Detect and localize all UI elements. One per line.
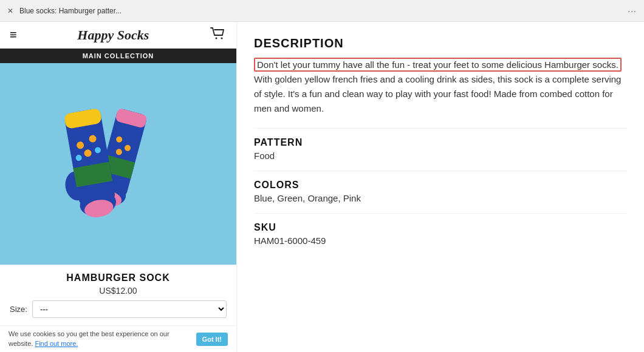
cookie-find-out-link[interactable]: Find out more. — [35, 340, 78, 347]
browser-tab-bar: ✕ Blue socks: Hamburger patter... ··· — [0, 0, 644, 22]
cookie-notice: We use cookies so you get the best exper… — [0, 325, 236, 352]
svg-point-0 — [216, 38, 218, 39]
sku-value: HAM01-6000-459 — [254, 235, 627, 246]
pattern-section: PATTERN Food — [254, 137, 627, 161]
size-row: Size: --- S (36-40) M (41-46) — [10, 300, 227, 318]
collection-banner: MAIN COLLECTION — [0, 49, 236, 63]
description-highlighted: Don't let your tummy have all the fun - … — [254, 58, 622, 72]
tab-title: Blue socks: Hamburger patter... — [19, 7, 622, 15]
site-header: ≡ Happy Socks — [0, 22, 236, 49]
description-section: DESCRIPTION Don't let your tummy have al… — [254, 36, 627, 116]
colors-heading: COLORS — [254, 180, 627, 191]
svg-point-1 — [221, 38, 223, 39]
pattern-heading: PATTERN — [254, 137, 627, 148]
tab-close-icon[interactable]: ✕ — [7, 7, 13, 15]
pattern-value: Food — [254, 151, 627, 161]
size-label: Size: — [10, 305, 27, 314]
description-heading: DESCRIPTION — [254, 36, 627, 50]
app-container: ≡ Happy Socks MAIN COLLECTION — [0, 22, 644, 352]
cookie-got-it-button[interactable]: Got It! — [196, 333, 228, 346]
size-select[interactable]: --- S (36-40) M (41-46) — [32, 300, 227, 318]
site-logo[interactable]: Happy Socks — [77, 27, 149, 43]
product-image — [46, 97, 191, 231]
tab-more-icon[interactable]: ··· — [628, 6, 637, 16]
divider-2 — [254, 171, 627, 171]
product-name: HAMBURGER SOCK — [10, 272, 227, 283]
cart-icon[interactable] — [210, 27, 227, 43]
product-info: HAMBURGER SOCK US$12.00 Size: --- S (36-… — [0, 265, 236, 325]
colors-section: COLORS Blue, Green, Orange, Pink — [254, 180, 627, 203]
colors-value: Blue, Green, Orange, Pink — [254, 193, 627, 203]
product-price: US$12.00 — [10, 286, 227, 296]
divider-3 — [254, 213, 627, 214]
product-image-area — [0, 63, 236, 265]
divider-1 — [254, 128, 627, 129]
right-panel: DESCRIPTION Don't let your tummy have al… — [237, 22, 644, 352]
description-rest: With golden yellow french fries and a co… — [254, 74, 621, 113]
sku-section: SKU HAM01-6000-459 — [254, 222, 627, 246]
left-panel: ≡ Happy Socks MAIN COLLECTION — [0, 22, 237, 352]
sku-heading: SKU — [254, 222, 627, 233]
hamburger-menu-icon[interactable]: ≡ — [10, 28, 17, 42]
cookie-text: We use cookies so you get the best exper… — [9, 330, 191, 348]
description-text: Don't let your tummy have all the fun - … — [254, 58, 627, 116]
